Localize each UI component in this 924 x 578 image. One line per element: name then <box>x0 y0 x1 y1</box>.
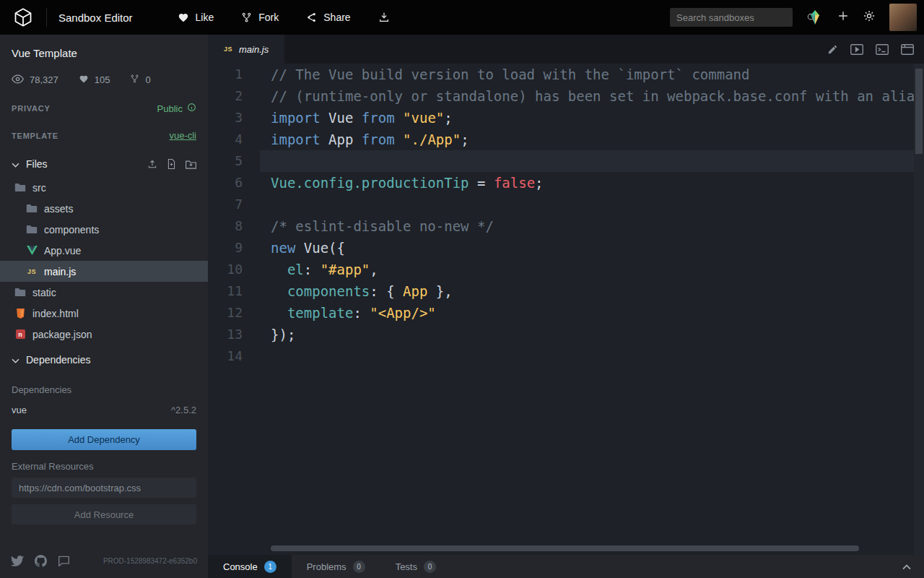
line-number: 3 <box>208 107 260 129</box>
code-line-2[interactable]: 2// (runtime-only or standalone) has bee… <box>208 85 924 107</box>
code-line-9[interactable]: 9new Vue({ <box>208 237 924 259</box>
file-tree-item-assets[interactable]: assets <box>0 198 208 219</box>
horizontal-scrollbar[interactable] <box>271 545 859 551</box>
js-icon: JS <box>26 268 38 275</box>
external-resources-label: External Resources <box>0 450 208 475</box>
forks-count: 0 <box>145 74 150 85</box>
add-dependency-button[interactable]: Add Dependency <box>12 429 196 450</box>
collapse-panel-button[interactable] <box>902 555 924 578</box>
code-line-7[interactable]: 7 <box>208 194 924 215</box>
views-stat: 78,327 <box>12 74 58 86</box>
template-link[interactable]: vue-cli <box>169 130 196 141</box>
tab-tests[interactable]: Tests 0 <box>380 555 451 578</box>
code-line-11[interactable]: 11 components: { App }, <box>208 280 924 302</box>
file-tree-item-src[interactable]: src <box>0 177 208 198</box>
resource-url-input[interactable] <box>12 478 196 498</box>
likes-count: 105 <box>95 74 110 85</box>
project-title: Vue Template <box>0 35 208 59</box>
like-label: Like <box>196 12 214 23</box>
files-section-header[interactable]: Files <box>0 149 208 177</box>
codesandbox-logo[interactable] <box>0 7 46 27</box>
new-file-icon[interactable] <box>167 159 176 169</box>
line-content: components: { App }, <box>260 280 924 302</box>
fork-icon <box>241 12 252 23</box>
line-content: el: "#app", <box>260 259 924 280</box>
sandbox-search <box>670 8 793 27</box>
tab-problems[interactable]: Problems 0 <box>292 555 380 578</box>
code-line-4[interactable]: 4import App from "./App"; <box>208 129 924 150</box>
open-preview-icon[interactable] <box>850 44 863 55</box>
upload-icon[interactable] <box>147 159 157 169</box>
privacy-label: PRIVACY <box>12 104 51 113</box>
chat-icon[interactable] <box>58 556 70 566</box>
info-icon[interactable] <box>187 103 196 114</box>
dependency-row[interactable]: vue ^2.5.2 <box>0 398 208 422</box>
code-line-6[interactable]: 6Vue.config.productionTip = false; <box>208 172 924 194</box>
settings-button[interactable] <box>863 9 876 25</box>
download-button[interactable] <box>378 12 390 23</box>
prettify-icon[interactable] <box>827 44 838 55</box>
folder-icon <box>26 225 38 234</box>
file-tree-item-components[interactable]: components <box>0 219 208 240</box>
file-tree-item-static[interactable]: static <box>0 282 208 303</box>
dependencies-section-header[interactable]: Dependencies <box>0 345 208 373</box>
share-button[interactable]: Share <box>306 12 350 23</box>
file-tree: srcassetscomponentsApp.vueJSmain.jsstati… <box>0 177 208 345</box>
add-resource-button[interactable]: Add Resource <box>12 504 196 525</box>
code-line-1[interactable]: 1// The Vue build version to load with t… <box>208 64 924 85</box>
twitter-icon[interactable] <box>11 556 24 566</box>
line-content: // (runtime-only or standalone) has been… <box>260 85 924 107</box>
file-name: src <box>32 182 46 194</box>
file-tree-item-index.html[interactable]: index.html <box>0 303 208 324</box>
line-content <box>260 345 924 367</box>
like-button[interactable]: Like <box>178 12 214 23</box>
file-name: assets <box>44 203 73 215</box>
tab-console[interactable]: Console 1 <box>208 555 292 578</box>
code-line-14[interactable]: 14 <box>208 345 924 367</box>
npm-icon: n <box>14 329 26 339</box>
views-count: 78,327 <box>30 74 58 85</box>
code-line-12[interactable]: 12 template: "<App/>" <box>208 302 924 324</box>
code-line-13[interactable]: 13}); <box>208 324 924 345</box>
file-tree-item-main.js[interactable]: JSmain.js <box>0 261 208 282</box>
line-content: new Vue({ <box>260 237 924 259</box>
line-content: // The Vue build version to load with th… <box>260 64 924 85</box>
code-line-10[interactable]: 10 el: "#app", <box>208 259 924 280</box>
search-input[interactable] <box>670 12 806 23</box>
vertical-scrollbar[interactable] <box>914 64 924 555</box>
github-icon[interactable] <box>35 555 47 567</box>
devtools-panel-icon[interactable] <box>901 44 914 55</box>
gear-icon <box>863 9 876 25</box>
file-tree-item-App.vue[interactable]: App.vue <box>0 240 208 261</box>
line-content: template: "<App/>" <box>260 302 924 324</box>
new-sandbox-button[interactable] <box>837 10 849 25</box>
new-directory-icon[interactable] <box>186 159 196 169</box>
vertical-scrollbar-thumb[interactable] <box>915 69 923 154</box>
line-content: /* eslint-disable no-new */ <box>260 215 924 237</box>
file-name: App.vue <box>44 245 81 256</box>
code-line-8[interactable]: 8/* eslint-disable no-new */ <box>208 215 924 237</box>
line-number: 2 <box>208 85 260 107</box>
line-number: 14 <box>208 345 260 367</box>
file-tree-item-package.json[interactable]: npackage.json <box>0 324 208 345</box>
code-line-3[interactable]: 3import Vue from "vue"; <box>208 107 924 129</box>
fork-button[interactable]: Fork <box>241 12 279 23</box>
privacy-row: PRIVACY Public <box>0 95 208 122</box>
user-avatar[interactable] <box>889 4 917 31</box>
code-line-5[interactable]: 5 <box>208 150 924 172</box>
files-section-label: Files <box>26 158 48 170</box>
header-actions: Like Fork Share <box>178 12 390 23</box>
heart-icon <box>178 12 189 23</box>
bottom-panel-bar: Console 1 Problems 0 Tests 0 <box>208 555 924 578</box>
tab-main-js[interactable]: JS main.js <box>208 35 284 64</box>
dependency-name: vue <box>12 405 27 415</box>
console-panel-icon[interactable] <box>876 44 889 55</box>
problems-tab-label: Problems <box>307 561 346 572</box>
header-right <box>670 4 924 31</box>
folder-icon <box>14 183 26 192</box>
code-editor[interactable]: 1// The Vue build version to load with t… <box>208 64 924 555</box>
top-header: Sandbox Editor Like Fork <box>0 0 924 35</box>
build-id: PROD-1528983472-e6352b0 <box>103 557 197 565</box>
search-icon[interactable] <box>806 12 821 22</box>
forks-stat: 0 <box>130 74 150 86</box>
